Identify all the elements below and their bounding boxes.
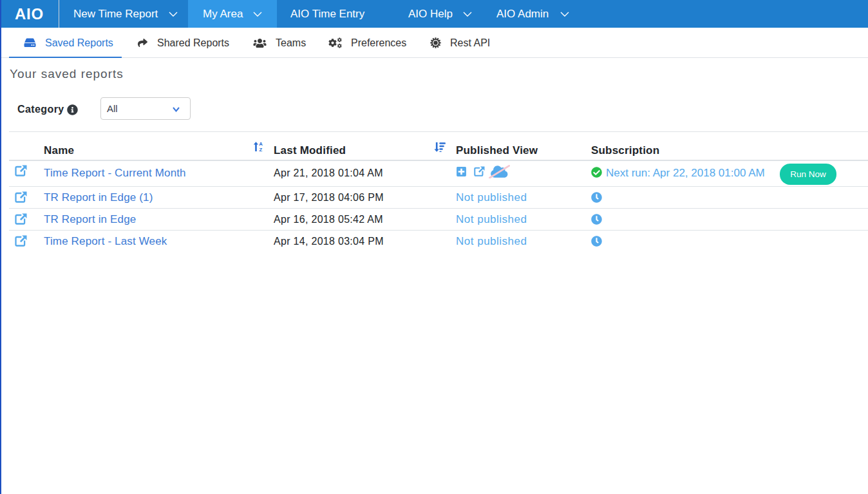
svg-text:Z: Z <box>259 146 262 151</box>
